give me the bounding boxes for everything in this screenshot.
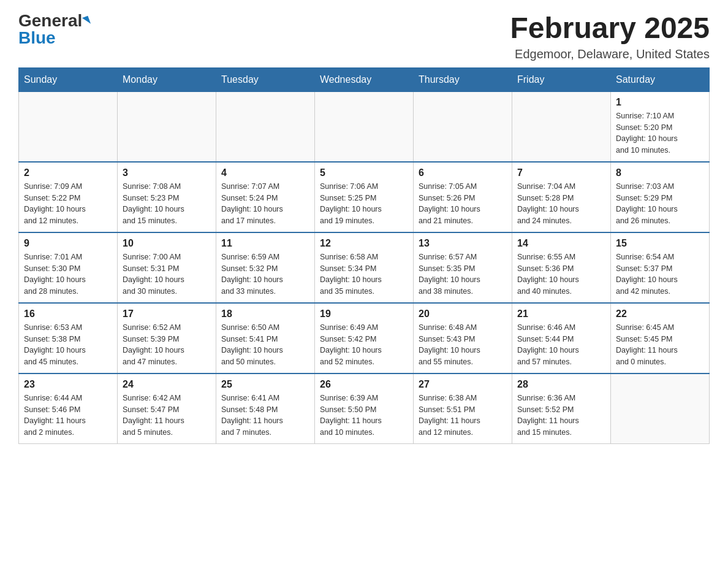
day-info: Sunrise: 6:53 AMSunset: 5:38 PMDaylight:…: [24, 322, 112, 368]
day-number: 15: [616, 238, 704, 249]
calendar-day-cell: [611, 373, 710, 444]
day-info: Sunrise: 6:48 AMSunset: 5:43 PMDaylight:…: [419, 322, 507, 368]
calendar-day-cell: 16Sunrise: 6:53 AMSunset: 5:38 PMDayligh…: [19, 303, 118, 373]
day-info: Sunrise: 6:57 AMSunset: 5:35 PMDaylight:…: [419, 251, 507, 297]
location-text: Edgemoor, Delaware, United States: [510, 47, 710, 61]
day-of-week-header: Saturday: [611, 67, 710, 91]
calendar-day-cell: 25Sunrise: 6:41 AMSunset: 5:48 PMDayligh…: [216, 373, 315, 444]
calendar-day-cell: 22Sunrise: 6:45 AMSunset: 5:45 PMDayligh…: [611, 303, 710, 373]
calendar-day-cell: 15Sunrise: 6:54 AMSunset: 5:37 PMDayligh…: [611, 232, 710, 303]
calendar-day-cell: 10Sunrise: 7:00 AMSunset: 5:31 PMDayligh…: [118, 232, 216, 303]
day-number: 9: [24, 238, 112, 249]
month-title: February 2025: [510, 12, 710, 45]
day-info: Sunrise: 6:54 AMSunset: 5:37 PMDaylight:…: [616, 251, 704, 297]
day-number: 16: [24, 308, 112, 320]
day-info: Sunrise: 7:01 AMSunset: 5:30 PMDaylight:…: [24, 251, 112, 297]
day-info: Sunrise: 6:41 AMSunset: 5:48 PMDaylight:…: [221, 393, 309, 439]
day-info: Sunrise: 6:59 AMSunset: 5:32 PMDaylight:…: [221, 251, 309, 297]
day-number: 12: [320, 238, 408, 249]
calendar-day-cell: 14Sunrise: 6:55 AMSunset: 5:36 PMDayligh…: [512, 232, 611, 303]
day-info: Sunrise: 6:36 AMSunset: 5:52 PMDaylight:…: [517, 393, 605, 439]
calendar-day-cell: 28Sunrise: 6:36 AMSunset: 5:52 PMDayligh…: [512, 373, 611, 444]
day-info: Sunrise: 6:39 AMSunset: 5:50 PMDaylight:…: [320, 393, 408, 439]
calendar-day-cell: 12Sunrise: 6:58 AMSunset: 5:34 PMDayligh…: [315, 232, 414, 303]
calendar-day-cell: [315, 91, 414, 162]
calendar-week-row: 9Sunrise: 7:01 AMSunset: 5:30 PMDaylight…: [19, 232, 710, 303]
day-number: 14: [517, 238, 605, 249]
calendar-week-row: 23Sunrise: 6:44 AMSunset: 5:46 PMDayligh…: [19, 373, 710, 444]
day-info: Sunrise: 6:52 AMSunset: 5:39 PMDaylight:…: [123, 322, 211, 368]
day-number: 18: [221, 308, 309, 320]
day-info: Sunrise: 7:08 AMSunset: 5:23 PMDaylight:…: [123, 181, 211, 227]
day-number: 3: [123, 167, 211, 178]
day-info: Sunrise: 6:55 AMSunset: 5:36 PMDaylight:…: [517, 251, 605, 297]
page-header: General Blue February 2025 Edgemoor, Del…: [18, 12, 710, 61]
day-number: 17: [123, 308, 211, 320]
day-info: Sunrise: 6:58 AMSunset: 5:34 PMDaylight:…: [320, 251, 408, 297]
calendar-day-cell: [19, 91, 118, 162]
day-of-week-header: Wednesday: [315, 67, 414, 91]
calendar-day-cell: 2Sunrise: 7:09 AMSunset: 5:22 PMDaylight…: [19, 162, 118, 232]
calendar-day-cell: 11Sunrise: 6:59 AMSunset: 5:32 PMDayligh…: [216, 232, 315, 303]
title-section: February 2025 Edgemoor, Delaware, United…: [510, 12, 710, 61]
day-info: Sunrise: 7:03 AMSunset: 5:29 PMDaylight:…: [616, 181, 704, 227]
day-info: Sunrise: 7:05 AMSunset: 5:26 PMDaylight:…: [419, 181, 507, 227]
day-number: 1: [616, 97, 704, 108]
calendar-day-cell: 24Sunrise: 6:42 AMSunset: 5:47 PMDayligh…: [118, 373, 216, 444]
calendar-day-cell: 18Sunrise: 6:50 AMSunset: 5:41 PMDayligh…: [216, 303, 315, 373]
day-number: 5: [320, 167, 408, 178]
logo-blue-text: Blue: [18, 29, 56, 47]
day-number: 2: [24, 167, 112, 178]
day-info: Sunrise: 7:04 AMSunset: 5:28 PMDaylight:…: [517, 181, 605, 227]
calendar-day-cell: 13Sunrise: 6:57 AMSunset: 5:35 PMDayligh…: [414, 232, 512, 303]
day-info: Sunrise: 6:38 AMSunset: 5:51 PMDaylight:…: [419, 393, 507, 439]
calendar-day-cell: 27Sunrise: 6:38 AMSunset: 5:51 PMDayligh…: [414, 373, 512, 444]
calendar-day-cell: 8Sunrise: 7:03 AMSunset: 5:29 PMDaylight…: [611, 162, 710, 232]
day-number: 26: [320, 379, 408, 390]
logo-general-text: General: [18, 12, 82, 29]
day-number: 10: [123, 238, 211, 249]
calendar-day-cell: 1Sunrise: 7:10 AMSunset: 5:20 PMDaylight…: [611, 91, 710, 162]
calendar-day-cell: [118, 91, 216, 162]
calendar-day-cell: 4Sunrise: 7:07 AMSunset: 5:24 PMDaylight…: [216, 162, 315, 232]
calendar-day-cell: [216, 91, 315, 162]
calendar-day-cell: 9Sunrise: 7:01 AMSunset: 5:30 PMDaylight…: [19, 232, 118, 303]
day-info: Sunrise: 6:45 AMSunset: 5:45 PMDaylight:…: [616, 322, 704, 368]
day-number: 27: [419, 379, 507, 390]
day-number: 21: [517, 308, 605, 320]
calendar-day-cell: 23Sunrise: 6:44 AMSunset: 5:46 PMDayligh…: [19, 373, 118, 444]
day-info: Sunrise: 7:06 AMSunset: 5:25 PMDaylight:…: [320, 181, 408, 227]
day-number: 25: [221, 379, 309, 390]
calendar-day-cell: 5Sunrise: 7:06 AMSunset: 5:25 PMDaylight…: [315, 162, 414, 232]
day-of-week-header: Tuesday: [216, 67, 315, 91]
day-number: 22: [616, 308, 704, 320]
day-number: 19: [320, 308, 408, 320]
calendar-day-cell: 3Sunrise: 7:08 AMSunset: 5:23 PMDaylight…: [118, 162, 216, 232]
day-info: Sunrise: 7:00 AMSunset: 5:31 PMDaylight:…: [123, 251, 211, 297]
day-number: 28: [517, 379, 605, 390]
calendar-day-cell: 26Sunrise: 6:39 AMSunset: 5:50 PMDayligh…: [315, 373, 414, 444]
calendar-day-cell: [414, 91, 512, 162]
day-of-week-header: Monday: [118, 67, 216, 91]
calendar-day-cell: 20Sunrise: 6:48 AMSunset: 5:43 PMDayligh…: [414, 303, 512, 373]
day-number: 23: [24, 379, 112, 390]
day-number: 24: [123, 379, 211, 390]
day-info: Sunrise: 6:44 AMSunset: 5:46 PMDaylight:…: [24, 393, 112, 439]
day-info: Sunrise: 7:07 AMSunset: 5:24 PMDaylight:…: [221, 181, 309, 227]
calendar-header-row: SundayMondayTuesdayWednesdayThursdayFrid…: [19, 67, 710, 91]
calendar-week-row: 1Sunrise: 7:10 AMSunset: 5:20 PMDaylight…: [19, 91, 710, 162]
calendar-week-row: 2Sunrise: 7:09 AMSunset: 5:22 PMDaylight…: [19, 162, 710, 232]
day-number: 6: [419, 167, 507, 178]
day-number: 8: [616, 167, 704, 178]
logo: General Blue: [18, 12, 89, 47]
day-of-week-header: Friday: [512, 67, 611, 91]
day-number: 7: [517, 167, 605, 178]
day-number: 13: [419, 238, 507, 249]
day-number: 4: [221, 167, 309, 178]
day-info: Sunrise: 7:09 AMSunset: 5:22 PMDaylight:…: [24, 181, 112, 227]
calendar-day-cell: 19Sunrise: 6:49 AMSunset: 5:42 PMDayligh…: [315, 303, 414, 373]
calendar-day-cell: [512, 91, 611, 162]
day-info: Sunrise: 7:10 AMSunset: 5:20 PMDaylight:…: [616, 110, 704, 156]
calendar-day-cell: 6Sunrise: 7:05 AMSunset: 5:26 PMDaylight…: [414, 162, 512, 232]
day-info: Sunrise: 6:42 AMSunset: 5:47 PMDaylight:…: [123, 393, 211, 439]
